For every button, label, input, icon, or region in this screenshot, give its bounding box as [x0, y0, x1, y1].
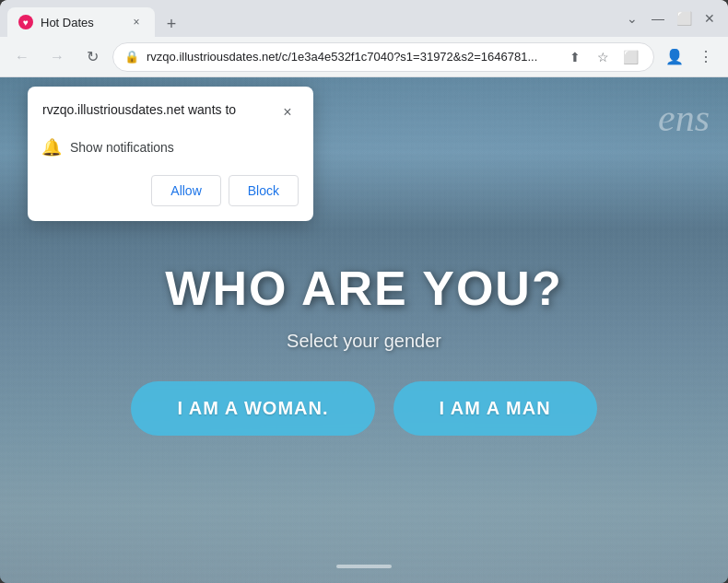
popup-notification-row: 🔔 Show notifications	[42, 134, 299, 160]
block-button[interactable]: Block	[229, 175, 299, 206]
scroll-indicator	[336, 565, 392, 568]
popup-header: rvzqo.illustriousdates.net wants to ×	[42, 101, 299, 123]
sub-heading: Select your gender	[0, 331, 728, 352]
popup-actions: Allow Block	[42, 175, 299, 206]
bookmark-icon[interactable]: ☆	[591, 45, 615, 69]
reload-button[interactable]: ↻	[77, 42, 107, 72]
minimize-button[interactable]: —	[647, 7, 669, 29]
close-button[interactable]: ✕	[699, 7, 721, 29]
notification-popup: rvzqo.illustriousdates.net wants to × 🔔 …	[28, 87, 313, 221]
chevron-icon[interactable]: ⌄	[621, 7, 643, 29]
popup-notification-label: Show notifications	[70, 140, 174, 155]
menu-button[interactable]: ⋮	[691, 42, 721, 72]
back-button[interactable]: ←	[7, 42, 37, 72]
forward-button[interactable]: →	[42, 42, 72, 72]
window-controls: ⌄ — ⬜ ✕	[621, 7, 721, 29]
address-bar[interactable]: 🔒 rvzqo.illustriousdates.net/c/1e3a4e532…	[112, 42, 654, 72]
tab-favicon: ♥	[18, 15, 33, 29]
lock-icon: 🔒	[124, 50, 139, 64]
extensions-icon[interactable]: ⬜	[618, 45, 642, 69]
new-tab-button[interactable]: +	[159, 11, 184, 37]
popup-title: rvzqo.illustriousdates.net wants to	[42, 101, 236, 120]
title-bar: ♥ Hot Dates × + ⌄ — ⬜ ✕	[0, 0, 728, 37]
main-heading: WHO ARE YOU?	[0, 261, 728, 316]
share-icon[interactable]: ⬆	[563, 45, 587, 69]
page-content: WHO ARE YOU? Select your gender I AM A W…	[0, 261, 728, 436]
webpage-background: ens WHO ARE YOU? Select your gender I AM…	[0, 77, 728, 583]
profile-button[interactable]: 👤	[660, 42, 689, 72]
tab-close-button[interactable]: ×	[129, 15, 144, 29]
tab-title: Hot Dates	[41, 16, 122, 29]
allow-button[interactable]: Allow	[151, 175, 220, 206]
woman-button[interactable]: I AM A WOMAN.	[131, 381, 374, 436]
man-button[interactable]: I AM A MAN	[393, 381, 597, 436]
tab-strip: ♥ Hot Dates × +	[7, 0, 617, 37]
content-area: ens WHO ARE YOU? Select your gender I AM…	[0, 77, 728, 583]
gender-buttons: I AM A WOMAN. I AM A MAN	[0, 381, 728, 436]
restore-button[interactable]: ⬜	[673, 7, 695, 29]
popup-close-button[interactable]: ×	[276, 101, 299, 123]
browser-window: ♥ Hot Dates × + ⌄ — ⬜ ✕ ← → ↻ 🔒 rvzqo.il…	[0, 0, 728, 583]
address-actions: ⬆ ☆ ⬜	[563, 45, 642, 69]
url-text: rvzqo.illustriousdates.net/c/1e3a4e532f1…	[147, 50, 556, 64]
nav-extras: 👤 ⋮	[660, 42, 721, 72]
navigation-bar: ← → ↻ 🔒 rvzqo.illustriousdates.net/c/1e3…	[0, 37, 728, 77]
active-tab[interactable]: ♥ Hot Dates ×	[7, 7, 155, 37]
bell-icon: 🔔	[42, 138, 61, 157]
